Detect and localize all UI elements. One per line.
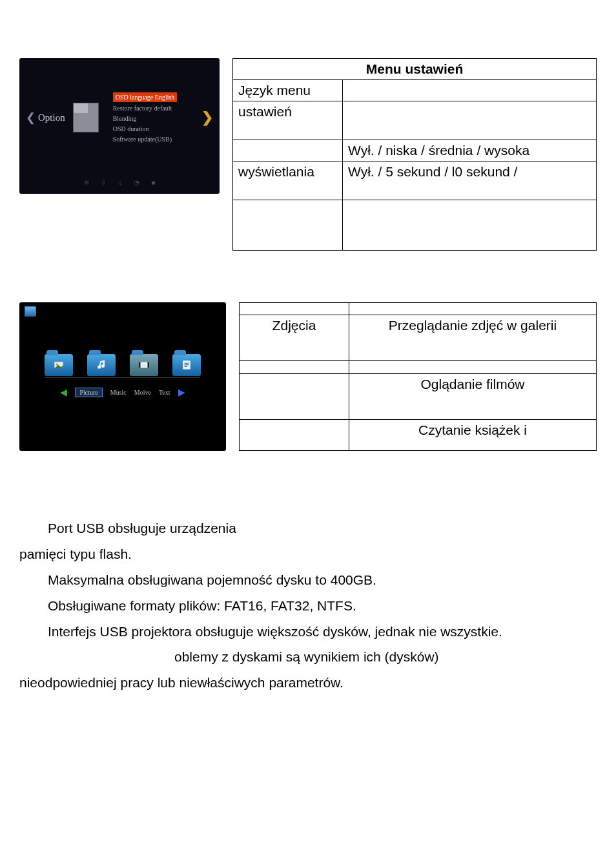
settings-row-restore-c2 <box>343 101 597 140</box>
chevron-left-icon: ❮ <box>26 112 36 123</box>
option-bottom-bar: ✲ ⇩ ♫ ◔ ■ <box>26 179 213 189</box>
settings-row-display-c2: Wył. / 5 sekund / l0 sekund / <box>343 161 597 200</box>
settings-row-lang-c1: Język menu <box>233 80 343 101</box>
folder-text-icon <box>172 354 201 376</box>
option-menu-label: Option <box>38 112 65 123</box>
media-row0-c2 <box>349 303 597 315</box>
settings-table-title: Menu ustawień <box>233 59 597 80</box>
option-menu-list: OSD language English Restore factory def… <box>113 92 178 143</box>
monitor-icon <box>25 306 36 317</box>
para-line-6: oblemy z dyskami są wynikiem ich (dysków… <box>19 644 597 670</box>
settings-row-lang-c2 <box>343 80 597 101</box>
gear-icon: ✲ <box>84 179 89 186</box>
screenshot-media-menu: ◀ Picture Music Moive Text ▶ <box>19 302 226 451</box>
media-tab-movie: Moive <box>134 389 151 396</box>
media-row-text-c2: Czytanie książek i <box>349 420 597 451</box>
option-thumb-icon <box>73 103 99 132</box>
para-line-7: nieodpowiedniej pracy lub niewłaściwych … <box>19 670 597 696</box>
note-icon: ♫ <box>118 179 123 186</box>
folder-music-icon <box>87 354 116 376</box>
arrow-left-icon: ◀ <box>60 387 67 398</box>
option-item-blending: Blending <box>113 114 178 123</box>
para-line-2: pamięci typu flash. <box>19 541 597 567</box>
media-row0-c1 <box>240 303 349 315</box>
media-row-movies-c1 <box>240 373 349 419</box>
media-row-photos-c1: Zdjęcia <box>240 315 349 361</box>
svg-rect-7 <box>185 364 189 365</box>
arrow-right-icon: ▶ <box>178 387 185 398</box>
clock-icon: ◔ <box>134 179 139 186</box>
option-item-update: Software update(USB) <box>113 135 178 143</box>
media-row-text-c1 <box>240 420 349 451</box>
media-tab-picture: Picture <box>75 388 102 397</box>
tag-icon: ⇩ <box>101 179 106 186</box>
settings-row-blend-c2: Wył. / niska / średnia / wysoka <box>343 140 597 161</box>
para-line-4: Obsługiwane formaty plików: FAT16, FAT32… <box>19 593 597 619</box>
settings-row-display-c1: wyświetlania <box>233 161 343 200</box>
folder-picture-icon <box>45 354 73 376</box>
media-row-photos-c2: Przeglądanie zdjęć w galerii <box>349 315 597 361</box>
settings-row-blend-c1 <box>233 140 343 161</box>
settings-row-restore-c1: ustawień <box>233 101 343 140</box>
media-tab-music: Music <box>110 389 127 396</box>
svg-rect-4 <box>148 362 150 368</box>
para-line-1: Port USB obsługuje urządzenia <box>19 515 597 541</box>
media-row2-c1 <box>240 361 349 373</box>
media-row-movies-c2: Oglądanie filmów <box>349 373 597 419</box>
option-menu-left: ❮ Option <box>26 103 99 132</box>
option-item-osd-language: OSD language English <box>113 92 178 102</box>
svg-point-1 <box>56 364 58 366</box>
media-table: Zdjęcia Przeglądanie zdjęć w galerii Ogl… <box>239 302 597 451</box>
para-line-5: Interfejs USB projektora obsługuje więks… <box>19 619 597 645</box>
folder-movie-icon <box>130 354 158 376</box>
settings-row-empty-c1 <box>233 200 343 251</box>
body-text: Port USB obsługuje urządzenia pamięci ty… <box>19 515 597 696</box>
media-folder-row <box>45 354 201 376</box>
settings-table: Menu ustawień Język menu ustawień Wył. /… <box>232 58 597 251</box>
option-item-duration: OSD duration <box>113 125 178 133</box>
media-tabs: ◀ Picture Music Moive Text ▶ <box>60 387 185 398</box>
screenshot-option-menu: ❮ Option OSD language English Restore fa… <box>19 58 220 194</box>
media-row2-c2 <box>349 361 597 373</box>
svg-rect-8 <box>185 366 187 367</box>
settings-row-empty-c2 <box>343 200 597 251</box>
svg-rect-6 <box>185 363 189 364</box>
stop-icon: ■ <box>151 179 155 186</box>
para-line-3: Maksymalna obsługiwana pojemność dysku t… <box>19 567 597 593</box>
option-item-restore: Restore factory default <box>113 104 178 112</box>
svg-rect-3 <box>139 362 141 368</box>
chevron-right-icon: ❯ <box>201 109 213 126</box>
media-tab-text: Text <box>159 389 170 396</box>
